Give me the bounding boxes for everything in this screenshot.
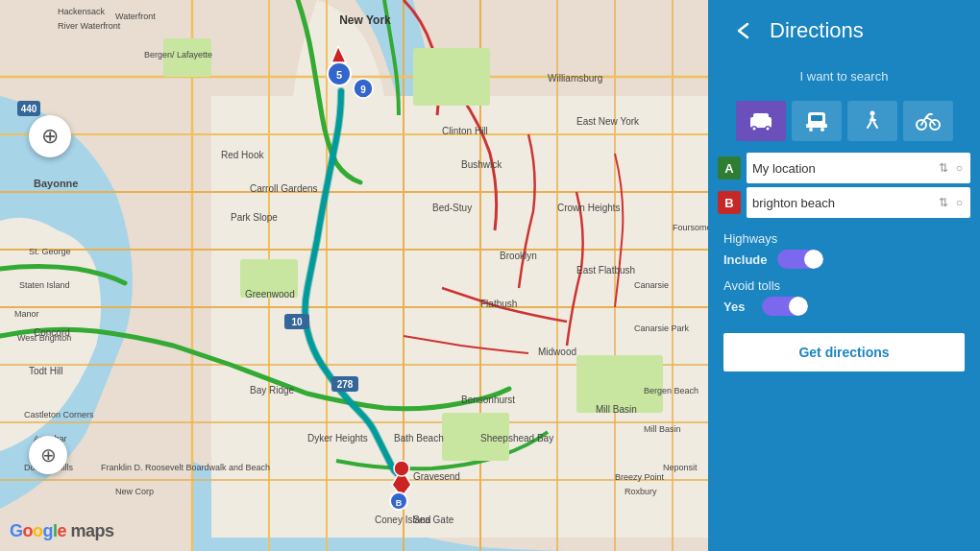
avoid-tolls-toggle[interactable]	[762, 297, 808, 316]
back-button[interactable]	[727, 15, 758, 46]
svg-text:Foursome: Foursome	[673, 223, 708, 232]
highways-row: Include	[723, 250, 965, 269]
svg-point-90	[766, 128, 769, 131]
svg-text:River Waterfront: River Waterfront	[58, 21, 121, 31]
location-b-row: B ⇅ ○	[718, 187, 970, 218]
svg-text:278: 278	[337, 379, 354, 390]
svg-text:East New York: East New York	[576, 116, 640, 127]
sidebar: Directions I want to search	[708, 0, 980, 551]
svg-text:Breezy Point: Breezy Point	[615, 472, 665, 482]
transport-bike-button[interactable]	[903, 101, 953, 141]
transport-modes	[708, 95, 980, 153]
swap-icon[interactable]: ⇅	[937, 159, 950, 177]
svg-text:Bayonne: Bayonne	[34, 178, 78, 189]
svg-text:Flatbush: Flatbush	[480, 299, 517, 309]
svg-text:Red Hook: Red Hook	[221, 150, 264, 160]
svg-text:Roxbury: Roxbury	[625, 487, 657, 496]
highways-option: Highways Include	[723, 231, 965, 269]
svg-text:9: 9	[360, 84, 366, 95]
highways-toggle-knob	[804, 250, 823, 269]
svg-text:Gravesend: Gravesend	[413, 471, 460, 482]
location-b-label: B	[718, 191, 741, 214]
svg-text:Castleton Corners: Castleton Corners	[24, 410, 94, 419]
svg-text:Canarsie: Canarsie	[634, 280, 669, 290]
compass-icon-top[interactable]: ⊕	[29, 115, 71, 157]
svg-text:Todt Hill: Todt Hill	[29, 366, 63, 376]
avoid-tolls-value: Yes	[723, 299, 752, 314]
avoid-tolls-toggle-knob	[789, 297, 808, 316]
map-area[interactable]: Bayonne Todt Hill Concord New York Bushw…	[0, 0, 708, 551]
svg-text:Mill Basin: Mill Basin	[596, 404, 637, 415]
get-directions-button[interactable]: Get directions	[723, 333, 965, 371]
svg-text:Brooklyn: Brooklyn	[500, 251, 537, 261]
svg-text:Bay Ridge: Bay Ridge	[250, 385, 295, 395]
svg-text:Staten Island: Staten Island	[19, 280, 70, 290]
svg-text:Sea Gate: Sea Gate	[413, 515, 454, 525]
options-area: Highways Include Avoid tolls Yes	[708, 218, 980, 323]
svg-rect-93	[811, 115, 822, 121]
svg-text:Williamsburg: Williamsburg	[548, 73, 602, 84]
svg-text:Park Slope: Park Slope	[231, 212, 278, 223]
transport-walk-button[interactable]	[847, 101, 897, 141]
transport-car-button[interactable]	[736, 101, 786, 141]
svg-text:10: 10	[291, 317, 303, 327]
svg-text:Mill Basin: Mill Basin	[644, 424, 681, 434]
svg-text:Waterfront: Waterfront	[115, 12, 156, 21]
svg-text:Bensonhurst: Bensonhurst	[461, 395, 515, 405]
avoid-tolls-row: Yes	[723, 297, 965, 316]
swap-b-icon[interactable]: ⇅	[937, 194, 950, 211]
svg-text:Greenwood: Greenwood	[245, 289, 295, 299]
svg-text:Manor: Manor	[14, 309, 39, 319]
svg-text:Neponsit: Neponsit	[663, 463, 698, 472]
svg-text:Sheepshead Bay: Sheepshead Bay	[480, 433, 553, 443]
svg-text:Bergen/ Lafayette: Bergen/ Lafayette	[144, 50, 212, 60]
svg-point-95	[821, 128, 824, 132]
svg-text:Bed-Stuy: Bed-Stuy	[432, 203, 472, 213]
google-maps-logo: Google maps	[10, 521, 114, 541]
svg-text:New York: New York	[339, 13, 391, 27]
svg-text:Franklin D. Roosevelt Boardwal: Franklin D. Roosevelt Boardwalk and Beac…	[101, 463, 270, 472]
svg-text:Hackensack: Hackensack	[58, 7, 106, 16]
svg-text:Canarsie Park: Canarsie Park	[634, 323, 690, 333]
svg-text:5: 5	[336, 69, 342, 81]
svg-text:New Corp: New Corp	[115, 487, 154, 496]
avoid-tolls-option: Avoid tolls Yes	[723, 278, 965, 316]
svg-text:440: 440	[21, 104, 37, 114]
svg-text:East Flatbush: East Flatbush	[576, 265, 635, 276]
svg-rect-86	[753, 113, 769, 121]
location-a-row: A ⇅ ○	[718, 153, 970, 183]
highways-label: Highways	[723, 231, 965, 246]
locate-a-icon[interactable]: ○	[954, 159, 965, 177]
svg-text:B: B	[396, 498, 403, 508]
search-hint: I want to search	[708, 61, 980, 95]
svg-rect-19	[413, 48, 490, 106]
svg-text:Dyker Heights: Dyker Heights	[307, 433, 368, 443]
location-a-label: A	[718, 156, 741, 180]
svg-text:Bergen Beach: Bergen Beach	[644, 386, 698, 395]
svg-text:Clinton Hill: Clinton Hill	[442, 126, 488, 136]
location-inputs: A ⇅ ○ B ⇅ ○	[708, 153, 980, 218]
compass-icon-bottom[interactable]: ⊕	[29, 436, 67, 474]
svg-text:West Brighton: West Brighton	[17, 333, 71, 343]
svg-text:St. George: St. George	[29, 247, 71, 256]
svg-point-96	[870, 111, 874, 116]
sidebar-title: Directions	[770, 18, 864, 43]
location-a-input-wrap[interactable]: ⇅ ○	[747, 153, 970, 183]
svg-text:Midwood: Midwood	[538, 347, 576, 357]
locate-b-icon[interactable]: ○	[954, 194, 965, 211]
avoid-tolls-label: Avoid tolls	[723, 278, 965, 293]
highways-value: Include	[723, 252, 768, 267]
location-b-input-wrap[interactable]: ⇅ ○	[747, 187, 970, 218]
highways-toggle[interactable]	[777, 250, 823, 269]
svg-point-94	[809, 128, 813, 132]
svg-text:Crown Heights: Crown Heights	[557, 203, 621, 213]
transport-transit-button[interactable]	[792, 101, 842, 141]
svg-point-89	[752, 128, 755, 131]
svg-point-82	[394, 461, 409, 476]
svg-text:Bath Beach: Bath Beach	[394, 433, 444, 443]
svg-text:Bushwick: Bushwick	[461, 159, 502, 170]
svg-rect-92	[806, 124, 827, 128]
location-a-input[interactable]	[752, 161, 937, 176]
location-b-input[interactable]	[752, 196, 937, 210]
svg-text:Carroll Gardens: Carroll Gardens	[250, 183, 318, 194]
